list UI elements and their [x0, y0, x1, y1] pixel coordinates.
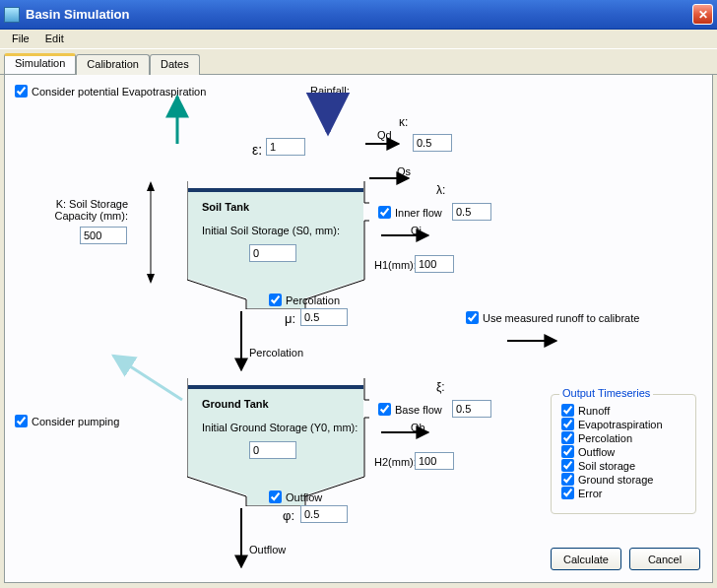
checkbox-evapotraspiration-label: Consider potential Evapotraspiration [32, 86, 206, 98]
svg-rect-0 [188, 188, 363, 192]
input-kcap[interactable] [80, 227, 127, 244]
checkbox-ts-evapo[interactable] [561, 418, 574, 430]
svg-marker-8 [147, 181, 155, 191]
checkbox-ts-soil[interactable] [561, 459, 574, 472]
input-lambda[interactable] [452, 203, 491, 221]
checkbox-innerflow[interactable] [378, 206, 391, 219]
menu-file[interactable]: File [4, 30, 37, 48]
titlebar: Basin Simulation ✕ [0, 0, 717, 30]
checkbox-ts-perc[interactable] [561, 431, 574, 444]
label-outflow-text: Outflow [249, 544, 286, 555]
label-ts-error: Error [578, 488, 602, 499]
label-qi: Qi [411, 225, 422, 236]
label-ts-runoff: Runoff [578, 405, 610, 417]
label-qd: Qd [377, 129, 392, 141]
tabstrip: Simulation Calibration Dates [0, 53, 717, 75]
label-xi: ξ: [436, 380, 445, 394]
fieldset-output-timeseries: Output Timeseries Runoff Evapotraspirati… [551, 394, 696, 514]
simulation-panel: Consider potential Evapotraspiration Rai… [4, 75, 713, 583]
label-soiltank: Soil Tank [202, 201, 249, 213]
label-phi: φ: [283, 508, 294, 523]
checkbox-calibrate-label: Use measured runoff to calibrate [483, 312, 639, 324]
label-lambda: λ: [436, 183, 445, 197]
input-kappa[interactable] [413, 134, 452, 152]
input-xi[interactable] [452, 400, 491, 418]
legend-output-timeseries: Output Timeseries [559, 387, 653, 399]
label-kcap: K: Soil Storage Capacity (mm): [15, 198, 128, 222]
label-percolation-text: Percolation [249, 347, 303, 359]
checkbox-baseflow-label: Base flow [395, 404, 442, 416]
tab-simulation[interactable]: Simulation [4, 53, 76, 74]
button-calculate[interactable]: Calculate [551, 548, 621, 570]
checkbox-pumping[interactable] [15, 415, 28, 427]
label-groundtank: Ground Tank [202, 398, 269, 410]
checkbox-ts-ground[interactable] [561, 473, 574, 486]
label-h2: H2(mm): [374, 456, 417, 468]
input-phi[interactable] [300, 505, 348, 523]
label-ts-evapo: Evapotraspiration [578, 419, 663, 430]
input-y0[interactable] [249, 441, 296, 459]
label-ts-soil: Soil storage [578, 460, 635, 472]
svg-line-12 [113, 356, 182, 400]
button-cancel[interactable]: Cancel [629, 548, 700, 570]
label-ts-perc: Percolation [578, 432, 632, 444]
svg-marker-9 [147, 274, 155, 284]
input-s0[interactable] [249, 244, 296, 262]
tab-dates[interactable]: Dates [150, 54, 200, 75]
label-y0: Initial Ground Storage (Y0, mm): [202, 422, 358, 433]
checkbox-outflow[interactable] [269, 490, 282, 503]
checkbox-pumping-label: Consider pumping [32, 416, 119, 427]
label-h1: H1(mm): [374, 259, 417, 271]
input-h2[interactable] [415, 452, 454, 470]
label-ts-outflow: Outflow [578, 446, 615, 458]
checkbox-ts-outflow[interactable] [561, 445, 574, 458]
checkbox-baseflow[interactable] [378, 403, 391, 416]
label-qs: Qs [397, 165, 411, 177]
checkbox-ts-runoff[interactable] [561, 404, 574, 417]
checkbox-ts-error[interactable] [561, 487, 574, 499]
tab-calibration[interactable]: Calibration [76, 54, 150, 75]
label-mu: μ: [285, 311, 295, 326]
label-rainfall: Rainfall: [310, 85, 350, 97]
window-title: Basin Simulation [26, 7, 692, 22]
label-s0: Initial Soil Storage (S0, mm): [202, 225, 340, 236]
label-kappa: κ: [399, 115, 408, 129]
app-icon [4, 7, 20, 23]
input-mu[interactable] [300, 308, 348, 326]
checkbox-innerflow-label: Inner flow [395, 207, 442, 219]
menu-edit[interactable]: Edit [37, 30, 72, 48]
checkbox-percolation-label: Percolation [286, 294, 340, 306]
label-epsilon: ε: [252, 142, 262, 158]
checkbox-percolation[interactable] [269, 294, 282, 306]
label-ts-ground: Ground storage [578, 474, 653, 486]
menubar: File Edit [0, 30, 717, 49]
checkbox-outflow-label: Outflow [286, 491, 322, 503]
input-h1[interactable] [415, 255, 454, 273]
close-button[interactable]: ✕ [692, 4, 713, 25]
label-qb: Qb [411, 422, 425, 433]
input-epsilon[interactable] [266, 138, 305, 156]
checkbox-calibrate[interactable] [466, 311, 479, 324]
checkbox-evapotraspiration[interactable] [15, 85, 28, 98]
svg-rect-1 [188, 385, 363, 389]
